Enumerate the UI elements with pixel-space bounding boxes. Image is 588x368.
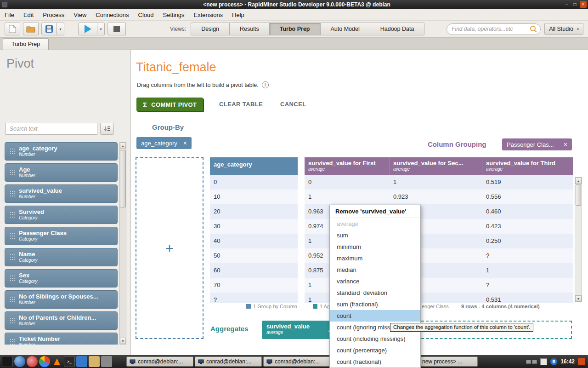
remove-column-grouping-icon[interactable]: × (564, 141, 567, 148)
menu-item[interactable]: Extensions (194, 12, 223, 18)
column-chip[interactable]: Sex Category (5, 269, 118, 288)
stop-button[interactable] (107, 23, 126, 35)
sort-button[interactable] (100, 123, 114, 135)
clear-table-button[interactable]: CLEAR TABLE (219, 101, 263, 108)
taskbar-window-button[interactable]: conrad@debian:... (263, 356, 330, 367)
column-grouping-chip[interactable]: Passenger Clas... × (502, 138, 572, 150)
cancel-button[interactable]: CANCEL (280, 101, 306, 108)
remove-aggregate-menu-item[interactable]: Remove 'survived_value' (330, 205, 420, 218)
menu-item[interactable]: Help (232, 12, 244, 18)
menu-item[interactable]: Process (43, 12, 64, 18)
menu-item[interactable]: View (74, 12, 86, 18)
context-menu-item[interactable]: sum (fractional) (330, 299, 420, 310)
view-tab[interactable]: Results (230, 23, 270, 35)
logout-icon[interactable] (578, 358, 585, 365)
pivot-cell-age: 70 (210, 278, 298, 293)
window-titlebar[interactable]: <new process> - RapidMiner Studio Develo… (0, 0, 588, 9)
bluetooth-icon[interactable]: B (550, 358, 557, 365)
menu-item[interactable]: Connections (96, 12, 129, 18)
context-menu-item[interactable]: minimum (330, 241, 420, 253)
column-chip[interactable]: Name Category (5, 248, 118, 266)
remove-group-by-icon[interactable]: × (183, 139, 187, 147)
menu-item[interactable]: File (5, 12, 14, 18)
scroll-up-icon[interactable]: ▲ (120, 143, 126, 149)
info-icon[interactable]: i (262, 81, 269, 88)
group-by-chip[interactable]: age_category × (136, 137, 192, 149)
context-menu-item[interactable]: count (fractional) (330, 356, 420, 368)
context-menu-item[interactable]: sum (330, 230, 420, 241)
menu-item[interactable]: Edit (23, 12, 34, 18)
maximize-button[interactable]: □ (571, 1, 578, 8)
scroll-down-icon[interactable]: ▼ (120, 338, 126, 344)
view-tab[interactable]: Hadoop Data (370, 23, 425, 35)
terminal-icon[interactable]: >_ (64, 356, 75, 367)
taskbar-window-button[interactable]: conrad@debian:... (195, 356, 262, 367)
context-menu-item[interactable]: standard_deviation (330, 287, 420, 299)
view-tab[interactable]: Auto Model (321, 23, 370, 35)
scrollbar-thumb[interactable] (576, 184, 581, 206)
save-button[interactable] (41, 23, 57, 35)
new-process-button[interactable] (5, 23, 20, 35)
clipboard-icon[interactable] (540, 358, 547, 365)
save-dropdown-button[interactable]: ▾ (57, 23, 64, 35)
aggregation-context-menu: Remove 'survived_value' averagesumminimu… (329, 205, 421, 368)
open-process-button[interactable] (23, 23, 39, 35)
context-menu-item[interactable]: average (330, 218, 420, 230)
window-title: <new process> - RapidMiner Studio Develo… (7, 1, 586, 8)
column-chip[interactable]: Age Number (5, 163, 118, 182)
scroll-down-icon[interactable]: ▼ (575, 295, 582, 302)
column-name: Passenger Class (19, 230, 113, 236)
menu-item[interactable]: Cloud (138, 12, 154, 18)
context-menu-item[interactable]: maximum (330, 253, 420, 264)
search-scope-dropdown[interactable]: All Studio ▾ (544, 23, 583, 35)
tab-turbo-prep[interactable]: Turbo Prep (3, 38, 49, 50)
drag-handle-icon (10, 149, 11, 150)
pivot-cell-third: 0.423 (482, 219, 573, 234)
media-player-icon[interactable] (27, 356, 38, 367)
column-chip[interactable]: age_category Number (5, 142, 118, 161)
context-menu-item[interactable]: variance (330, 276, 420, 287)
web-browser-icon[interactable] (14, 356, 25, 367)
view-tab[interactable]: Turbo Prep (270, 23, 321, 35)
column-chip[interactable]: Survived Category (5, 206, 118, 224)
scroll-up-icon[interactable]: ▲ (575, 178, 582, 184)
context-menu-item[interactable]: count (330, 310, 420, 322)
column-chip[interactable]: No of Siblings or Spouses... Number (5, 290, 118, 309)
applications-menu-icon[interactable] (2, 356, 13, 367)
close-button[interactable]: × (580, 1, 587, 8)
column-chip[interactable]: No of Parents or Children... Number (5, 311, 118, 330)
chrome-icon[interactable] (39, 356, 50, 367)
screenshot-tool-icon[interactable] (101, 356, 112, 367)
scrollbar-thumb[interactable] (120, 150, 126, 207)
context-menu-item[interactable]: count (percentage) (330, 345, 420, 356)
group-by-dropzone[interactable]: + (136, 157, 204, 339)
column-chip[interactable]: Ticket Number Number (5, 333, 118, 345)
context-menu-item[interactable]: count (including missings) (330, 333, 420, 345)
column-chip[interactable]: Passenger Class Category (5, 227, 118, 245)
table-scrollbar[interactable]: ▲ ▼ (575, 177, 582, 302)
pivot-column-header[interactable]: age_category (210, 157, 298, 175)
column-search-input[interactable] (6, 123, 97, 135)
vlc-icon[interactable] (51, 356, 62, 367)
pivot-column-header[interactable]: survived_value for Sec... average (390, 157, 482, 175)
minimize-button[interactable]: – (563, 1, 570, 8)
global-search-input[interactable] (447, 23, 541, 35)
column-gap (298, 190, 305, 204)
workspace-switcher[interactable] (526, 360, 537, 364)
aggregate-chip[interactable]: survived_value average (262, 321, 338, 339)
pivot-hint: Drag columns from the left to build a pi… (137, 82, 259, 88)
run-dropdown-button[interactable]: ▾ (97, 23, 105, 35)
column-chip[interactable]: survived_value Number (5, 184, 118, 203)
menu-item[interactable]: Settings (163, 12, 185, 18)
context-menu-item[interactable]: median (330, 264, 420, 276)
pivot-column-header[interactable]: survived_value for First average (305, 157, 390, 175)
file-manager-icon[interactable] (76, 356, 87, 367)
view-tab[interactable]: Design (191, 23, 230, 35)
search-icon[interactable] (530, 25, 537, 34)
run-button[interactable] (78, 23, 97, 35)
taskbar-window-button[interactable]: conrad@debian:... (126, 356, 193, 367)
folder-icon[interactable] (89, 356, 100, 367)
commit-pivot-button[interactable]: Σ COMMIT PIVOT (136, 98, 203, 111)
sidebar-scrollbar[interactable]: ▲ ▼ (119, 142, 126, 345)
pivot-column-header[interactable]: survived_value for Third average (482, 157, 573, 175)
